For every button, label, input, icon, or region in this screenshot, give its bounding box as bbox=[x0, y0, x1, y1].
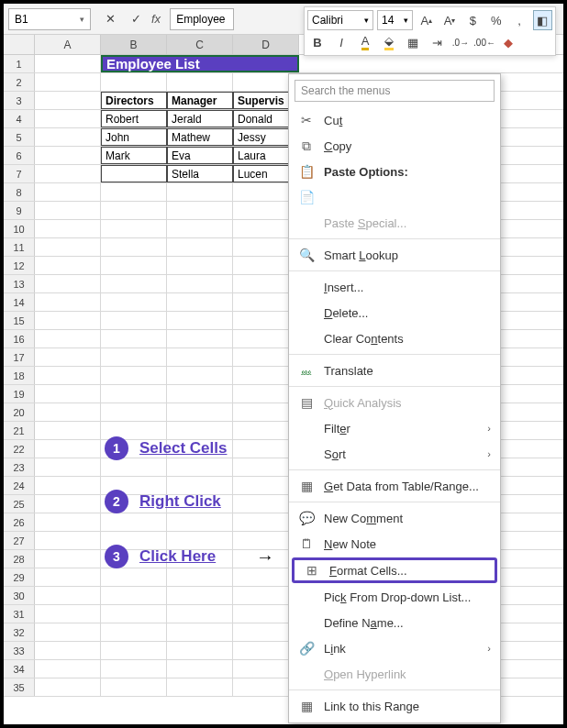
cell[interactable] bbox=[167, 202, 233, 219]
row-header[interactable]: 5 bbox=[4, 128, 35, 146]
table-cell[interactable]: Jerald bbox=[167, 110, 233, 127]
cell[interactable] bbox=[35, 477, 101, 494]
menu-new-comment[interactable]: 💬 New Comment bbox=[289, 505, 500, 531]
cell[interactable] bbox=[35, 605, 101, 623]
row-header[interactable]: 8 bbox=[4, 183, 35, 201]
cell[interactable] bbox=[35, 440, 101, 458]
formula-input[interactable]: Employee bbox=[170, 8, 234, 30]
font-name-select[interactable]: Calibri▾ bbox=[307, 10, 373, 30]
cell[interactable] bbox=[167, 385, 233, 403]
menu-translate[interactable]: ⅏ Translate bbox=[289, 358, 500, 383]
cell[interactable] bbox=[35, 147, 101, 164]
row-header[interactable]: 32 bbox=[4, 623, 35, 641]
cell[interactable] bbox=[35, 257, 101, 274]
row-header[interactable]: 29 bbox=[4, 568, 35, 586]
row-header[interactable]: 19 bbox=[4, 385, 35, 403]
menu-clear-contents[interactable]: Clear Contents bbox=[289, 325, 500, 351]
row-header[interactable]: 7 bbox=[4, 165, 35, 182]
cell[interactable] bbox=[35, 183, 101, 201]
col-header-b[interactable]: B bbox=[101, 35, 167, 54]
table-header-cell[interactable]: Manager bbox=[167, 92, 233, 109]
cell[interactable] bbox=[167, 660, 233, 678]
cell[interactable] bbox=[101, 330, 167, 347]
row-header[interactable]: 4 bbox=[4, 110, 35, 127]
clear-format-icon[interactable]: ◆ bbox=[498, 32, 518, 52]
borders-icon[interactable]: ▦ bbox=[403, 32, 423, 52]
row-header[interactable]: 30 bbox=[4, 587, 35, 604]
cell[interactable] bbox=[35, 642, 101, 659]
cell[interactable] bbox=[35, 92, 101, 109]
menu-get-data[interactable]: ▦ Get Data from Table/Range... bbox=[289, 473, 500, 499]
comma-icon[interactable]: , bbox=[509, 10, 528, 30]
cell[interactable] bbox=[101, 293, 167, 311]
cell[interactable] bbox=[167, 513, 233, 531]
check-icon[interactable]: ✓ bbox=[126, 9, 146, 29]
cell[interactable] bbox=[101, 642, 167, 659]
cell[interactable] bbox=[35, 202, 101, 219]
cell[interactable] bbox=[167, 275, 233, 292]
cell[interactable] bbox=[35, 422, 101, 439]
cell[interactable] bbox=[101, 367, 167, 384]
table-cell[interactable]: Mathew bbox=[167, 128, 233, 146]
cell[interactable] bbox=[101, 220, 167, 237]
cell[interactable] bbox=[167, 623, 233, 641]
merge-icon[interactable]: ⇥ bbox=[427, 32, 447, 52]
cell[interactable] bbox=[101, 202, 167, 219]
row-header[interactable]: 33 bbox=[4, 642, 35, 659]
cell[interactable] bbox=[35, 678, 101, 696]
table-cell[interactable]: John bbox=[101, 128, 167, 146]
cell[interactable] bbox=[167, 403, 233, 421]
cell[interactable] bbox=[167, 73, 233, 91]
row-header[interactable]: 14 bbox=[4, 293, 35, 311]
menu-link-to-range[interactable]: ▦ Link to this Range bbox=[289, 693, 500, 719]
cell[interactable] bbox=[167, 220, 233, 237]
row-header[interactable]: 18 bbox=[4, 367, 35, 384]
cell[interactable] bbox=[35, 568, 101, 586]
cell[interactable] bbox=[167, 238, 233, 256]
name-box[interactable]: B1 ▾ bbox=[8, 8, 91, 30]
menu-format-cells[interactable]: ⊞ Format Cells... bbox=[292, 557, 497, 583]
row-header[interactable]: 22 bbox=[4, 440, 35, 458]
cell[interactable] bbox=[35, 458, 101, 476]
cell[interactable] bbox=[35, 385, 101, 403]
fill-color-icon[interactable]: ⬙ bbox=[379, 32, 399, 52]
cell[interactable] bbox=[101, 403, 167, 421]
cell[interactable] bbox=[35, 660, 101, 678]
cell[interactable] bbox=[167, 367, 233, 384]
cell[interactable] bbox=[35, 275, 101, 292]
table-cell[interactable]: Mark bbox=[101, 147, 167, 164]
percent-icon[interactable]: % bbox=[486, 10, 506, 30]
menu-pick-list[interactable]: Pick From Drop-down List... bbox=[289, 584, 500, 610]
cell[interactable] bbox=[167, 642, 233, 659]
cell[interactable] bbox=[35, 110, 101, 127]
cell[interactable] bbox=[167, 568, 233, 586]
cell[interactable] bbox=[35, 403, 101, 421]
cell[interactable] bbox=[35, 330, 101, 347]
font-size-select[interactable]: 14▾ bbox=[377, 10, 413, 30]
menu-insert[interactable]: Insert... bbox=[289, 274, 500, 300]
cell[interactable] bbox=[167, 458, 233, 476]
cell[interactable] bbox=[101, 275, 167, 292]
cell[interactable] bbox=[35, 587, 101, 604]
menu-sort[interactable]: Sort › bbox=[289, 441, 500, 467]
row-header[interactable]: 6 bbox=[4, 147, 35, 164]
row-header[interactable]: 26 bbox=[4, 513, 35, 531]
menu-copy[interactable]: ⧉ Copy bbox=[289, 133, 500, 159]
cell[interactable] bbox=[35, 495, 101, 513]
currency-icon[interactable]: $ bbox=[463, 10, 483, 30]
cell[interactable] bbox=[101, 238, 167, 256]
cell[interactable] bbox=[35, 220, 101, 237]
cell[interactable] bbox=[101, 623, 167, 641]
cell[interactable] bbox=[101, 348, 167, 366]
cell[interactable] bbox=[35, 55, 101, 72]
row-header[interactable]: 1 bbox=[4, 55, 35, 72]
menu-cut[interactable]: ✂ Cut bbox=[289, 107, 500, 133]
row-header[interactable]: 2 bbox=[4, 73, 35, 91]
decrease-font-icon[interactable]: A▾ bbox=[439, 10, 459, 30]
cell[interactable] bbox=[35, 532, 101, 549]
cell[interactable] bbox=[35, 623, 101, 641]
bold-button[interactable]: B bbox=[307, 32, 328, 52]
decrease-decimal-icon[interactable]: .00← bbox=[474, 32, 495, 52]
row-header[interactable]: 13 bbox=[4, 275, 35, 292]
cell[interactable] bbox=[101, 458, 167, 476]
